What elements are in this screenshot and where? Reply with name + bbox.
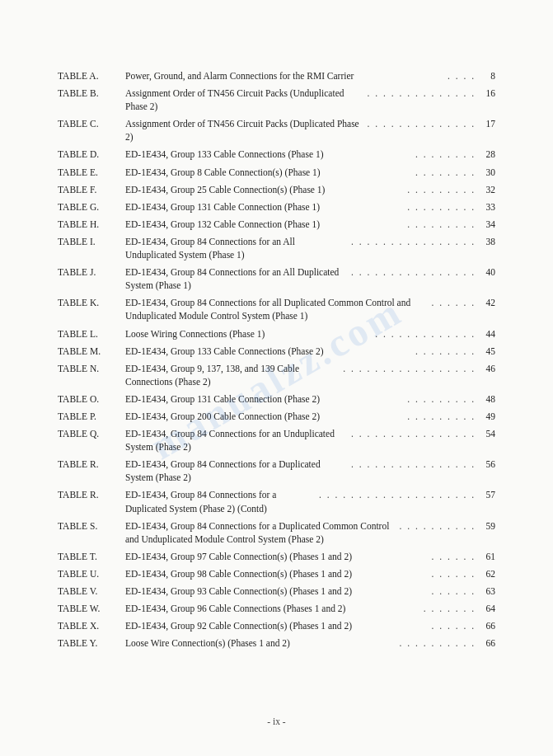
toc-page-number: 46 (477, 362, 495, 375)
toc-label: TABLE M. (58, 345, 125, 358)
toc-description: ED-1E434, Group 84 Connections for a Dup… (125, 458, 349, 484)
table-row: TABLE U.ED-1E434, Group 98 Cable Connect… (58, 567, 495, 580)
toc-label: TABLE G. (58, 200, 125, 214)
toc-description: ED-1E434, Group 96 Cable Connections (Ph… (125, 602, 422, 615)
toc-label: TABLE P. (58, 410, 125, 423)
toc-dots: . . . . . . . . . (407, 183, 476, 196)
table-row: TABLE Y.Loose Wire Connection(s) (Phases… (58, 636, 495, 650)
toc-page-number: 34 (477, 218, 495, 231)
toc-dots: . . . . . . . (424, 602, 476, 615)
toc-description: Power, Ground, and Alarm Connections for… (125, 69, 446, 82)
table-row: TABLE L.Loose Wiring Connections (Phase … (58, 327, 495, 340)
table-row: TABLE C.Assignment Order of TN456 Circui… (58, 117, 495, 143)
toc-description: ED-1E434, Group 9, 137, 138, and 139 Cab… (125, 362, 341, 388)
toc-label: TABLE O. (58, 392, 125, 406)
toc-dots: . . . . . . . . (415, 345, 476, 358)
toc-dots: . . . . . . . . . (407, 392, 476, 406)
table-row: TABLE W.ED-1E434, Group 96 Cable Connect… (58, 602, 495, 615)
toc-label: TABLE U. (58, 567, 125, 580)
table-row: TABLE Q.ED-1E434, Group 84 Connections f… (58, 427, 495, 453)
toc-page-number: 48 (477, 392, 495, 406)
toc-page-number: 66 (477, 619, 495, 632)
toc-dots: . . . . . . (431, 550, 476, 563)
toc-label: TABLE D. (58, 148, 125, 161)
toc-dots: . . . . . . . . . (407, 410, 476, 423)
toc-page-number: 61 (477, 550, 495, 563)
toc-description: ED-1E434, Group 92 Cable Connection(s) (… (125, 619, 429, 632)
toc-label: TABLE K. (58, 296, 125, 309)
toc-description: ED-1E434, Group 84 Connections for all D… (125, 296, 429, 322)
toc-label: TABLE S. (58, 519, 125, 533)
toc-description: ED-1E434, Group 84 Connections for a Dup… (125, 488, 317, 514)
toc-label: TABLE C. (58, 117, 125, 130)
toc-label: TABLE L. (58, 327, 125, 340)
page-footer: - ix - (0, 716, 553, 726)
toc-description: ED-1E434, Group 97 Cable Connection(s) (… (125, 550, 429, 563)
toc-page-number: 33 (477, 200, 495, 214)
toc-description: ED-1E434, Group 84 Connections for an Al… (125, 235, 349, 261)
table-row: TABLE N.ED-1E434, Group 9, 137, 138, and… (58, 362, 495, 388)
toc-description: ED-1E434, Group 133 Cable Connections (P… (125, 148, 414, 161)
toc-page-number: 40 (477, 265, 495, 279)
toc-page-number: 45 (477, 345, 495, 358)
toc-page-number: 42 (477, 296, 495, 309)
toc-dots: . . . . . . . . . . . . . (375, 327, 476, 340)
toc-page-number: 63 (477, 585, 495, 598)
toc-description: ED-1E434, Group 84 Connections for an Un… (125, 427, 349, 453)
table-row: TABLE D.ED-1E434, Group 133 Cable Connec… (58, 148, 495, 161)
toc-label: TABLE T. (58, 550, 125, 563)
toc-page-number: 16 (477, 87, 495, 100)
toc-description: ED-1E434, Group 25 Cable Connection(s) (… (125, 183, 405, 196)
toc-dots: . . . . . . . . . . . . . . (367, 117, 476, 130)
toc-page-number: 57 (477, 488, 495, 501)
toc-dots: . . . . . . . . . (407, 218, 476, 231)
toc-description: ED-1E434, Group 84 Connections for an Al… (125, 265, 349, 292)
table-row: TABLE J.ED-1E434, Group 84 Connections f… (58, 265, 495, 292)
toc-page-number: 54 (477, 427, 495, 440)
toc-page-number: 17 (477, 117, 495, 130)
table-row: TABLE X.ED-1E434, Group 92 Cable Connect… (58, 619, 495, 632)
toc-label: TABLE I. (58, 235, 125, 248)
toc-description: Loose Wiring Connections (Phase 1) (125, 327, 373, 340)
toc-label: TABLE R. (58, 488, 125, 501)
table-row: TABLE T.ED-1E434, Group 97 Cable Connect… (58, 550, 495, 563)
toc-page-number: 49 (477, 410, 495, 423)
toc-description: ED-1E434, Group 93 Cable Connection(s) (… (125, 585, 429, 598)
toc-description: ED-1E434, Group 133 Cable Connections (P… (125, 345, 414, 358)
toc-description: Loose Wire Connection(s) (Phases 1 and 2… (125, 636, 397, 650)
toc-description: Assignment Order of TN456 Circuit Packs … (125, 117, 365, 143)
toc-dots: . . . . . . . . . (407, 200, 476, 214)
toc-label: TABLE X. (58, 619, 125, 632)
table-row: TABLE H.ED-1E434, Group 132 Cable Connec… (58, 218, 495, 231)
toc-dots: . . . . . . . . . . . . . . . . (351, 427, 476, 440)
table-row: TABLE K.ED-1E434, Group 84 Connections f… (58, 296, 495, 322)
toc-dots: . . . . . . (431, 296, 476, 309)
toc-page-number: 64 (477, 602, 495, 615)
toc-label: TABLE F. (58, 183, 125, 196)
table-row: TABLE M.ED-1E434, Group 133 Cable Connec… (58, 345, 495, 358)
toc-label: TABLE N. (58, 362, 125, 375)
table-row: TABLE R.ED-1E434, Group 84 Connections f… (58, 488, 495, 514)
toc-description: ED-1E434, Group 131 Cable Connection (Ph… (125, 392, 405, 406)
toc-page-number: 28 (477, 148, 495, 161)
toc-dots: . . . . . . (431, 585, 476, 598)
toc-page-number: 30 (477, 166, 495, 179)
toc-dots: . . . . . . . . . . . . . . . . . (343, 362, 476, 375)
table-row: TABLE B.Assignment Order of TN456 Circui… (58, 87, 495, 113)
toc-label: TABLE B. (58, 87, 125, 100)
table-row: TABLE P.ED-1E434, Group 200 Cable Connec… (58, 410, 495, 423)
toc-dots: . . . . . . . . . . . . . . . . (351, 458, 476, 471)
toc-description: ED-1E434, Group 131 Cable Connection (Ph… (125, 200, 405, 214)
table-of-contents: TABLE A.Power, Ground, and Alarm Connect… (58, 69, 495, 650)
toc-label: TABLE Y. (58, 636, 125, 650)
toc-dots: . . . . . . (431, 567, 476, 580)
table-row: TABLE G.ED-1E434, Group 131 Cable Connec… (58, 200, 495, 214)
toc-dots: . . . . . . . . . . . . . . . . (351, 235, 476, 248)
toc-dots: . . . . . . . . (415, 148, 476, 161)
toc-description: ED-1E434, Group 200 Cable Connection (Ph… (125, 410, 405, 423)
toc-description: ED-1E434, Group 132 Cable Connection (Ph… (125, 218, 405, 231)
toc-description: ED-1E434, Group 98 Cable Connection(s) (… (125, 567, 429, 580)
toc-dots: . . . . . . . . . . . . . . . . (351, 265, 476, 279)
table-row: TABLE A.Power, Ground, and Alarm Connect… (58, 69, 495, 82)
table-row: TABLE S.ED-1E434, Group 84 Connections f… (58, 519, 495, 546)
